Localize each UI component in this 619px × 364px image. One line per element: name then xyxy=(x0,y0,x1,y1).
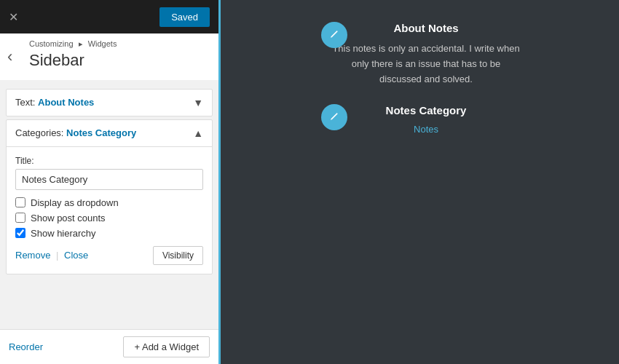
link-separator: | xyxy=(56,250,61,261)
widget-categories-expanded: Title: Display as dropdown Show post cou… xyxy=(7,146,212,274)
checkbox-postcounts-row: Show post counts xyxy=(15,213,203,223)
checkbox-dropdown-row: Display as dropdown xyxy=(15,197,203,208)
top-bar: ✕ Saved xyxy=(0,0,218,33)
widget-categories-key: Categories: xyxy=(15,127,66,138)
preview-notes-category-title: Notes Category xyxy=(331,104,521,116)
widget-categories-chevron: ▲ xyxy=(193,127,203,139)
pencil-icon xyxy=(329,30,339,40)
reorder-button[interactable]: Reorder xyxy=(9,341,43,352)
breadcrumb: Customizing ▸ Widgets xyxy=(29,39,213,49)
bottom-bar: Reorder + Add a Widget xyxy=(0,329,218,364)
widget-text-value: About Notes xyxy=(38,97,94,108)
saved-button[interactable]: Saved xyxy=(159,7,210,27)
title-input[interactable] xyxy=(15,169,203,190)
left-panel: ✕ Saved ‹ Customizing ▸ Widgets Sidebar … xyxy=(0,0,218,364)
widget-text-chevron: ▼ xyxy=(193,97,203,108)
add-widget-button[interactable]: + Add a Widget xyxy=(123,336,210,357)
breadcrumb-root: Customizing xyxy=(29,39,74,48)
remove-link[interactable]: Remove xyxy=(15,250,50,261)
page-title: Sidebar xyxy=(29,50,213,74)
widget-text-label: Text: About Notes xyxy=(15,97,94,108)
preview-about-notes: About Notes This notes is only an accide… xyxy=(331,22,521,87)
preview-notes-category: Notes Category Notes xyxy=(331,104,521,135)
edit-about-notes-button[interactable] xyxy=(321,22,347,48)
preview-about-notes-title: About Notes xyxy=(331,22,521,34)
breadcrumb-area: ‹ Customizing ▸ Widgets Sidebar xyxy=(0,33,218,80)
breadcrumb-section: Widgets xyxy=(88,39,117,48)
widget-categories: Categories: Notes Category ▲ Title: Disp… xyxy=(6,119,213,274)
widget-categories-value: Notes Category xyxy=(66,127,136,138)
pencil-icon-2 xyxy=(329,112,339,122)
checkbox-hierarchy-row: Show hierarchy xyxy=(15,228,203,239)
show-hierarchy-checkbox[interactable] xyxy=(15,228,25,238)
widget-actions: Remove | Close Visibility xyxy=(15,246,203,265)
widget-categories-header[interactable]: Categories: Notes Category ▲ xyxy=(7,120,212,146)
link-actions: Remove | Close xyxy=(15,250,88,261)
close-link[interactable]: Close xyxy=(64,250,88,261)
preview-divider xyxy=(218,0,221,364)
widget-categories-label: Categories: Notes Category xyxy=(15,127,136,138)
widget-text-header[interactable]: Text: About Notes ▼ xyxy=(7,90,212,116)
preview-notes-link[interactable]: Notes xyxy=(331,124,521,135)
show-post-counts-label: Show post counts xyxy=(31,213,106,223)
back-button[interactable]: ‹ xyxy=(0,47,20,66)
widget-text: Text: About Notes ▼ xyxy=(6,89,213,116)
show-hierarchy-label: Show hierarchy xyxy=(31,228,96,239)
visibility-button[interactable]: Visibility xyxy=(153,246,203,265)
display-as-dropdown-label: Display as dropdown xyxy=(31,197,119,208)
display-as-dropdown-checkbox[interactable] xyxy=(15,197,25,207)
title-field-label: Title: xyxy=(15,156,203,166)
widget-text-key: Text: xyxy=(15,97,38,108)
close-icon[interactable]: ✕ xyxy=(9,10,18,24)
preview-about-notes-body: This notes is only an accidental. I writ… xyxy=(331,41,521,87)
widget-list: Text: About Notes ▼ Categories: Notes Ca… xyxy=(0,80,218,329)
right-panel: About Notes This notes is only an accide… xyxy=(218,0,619,364)
show-post-counts-checkbox[interactable] xyxy=(15,213,25,223)
breadcrumb-arrow: ▸ xyxy=(79,39,85,48)
